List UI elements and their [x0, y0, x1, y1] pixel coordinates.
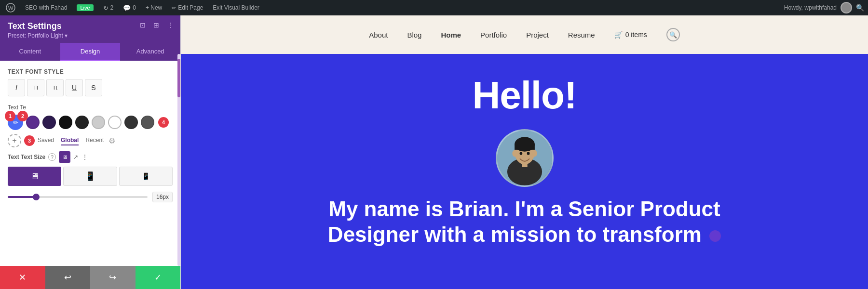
capitalize-button[interactable]: Tt: [46, 79, 64, 96]
panel-scrollbar[interactable]: [177, 54, 180, 266]
color-swatch-dark-gray[interactable]: [124, 116, 138, 129]
comments-button[interactable]: 💬 0: [121, 0, 138, 15]
color-swatch-purple[interactable]: [26, 116, 40, 129]
cart-icon: 🛒: [614, 31, 623, 39]
cart-label: 0 items: [625, 31, 647, 39]
color-tab-global[interactable]: Global: [61, 136, 79, 145]
badge-2: 2: [17, 111, 28, 121]
svg-rect-6: [515, 144, 535, 150]
wp-logo-button[interactable]: W: [4, 0, 17, 15]
badge-3: 3: [24, 135, 35, 146]
svg-rect-11: [522, 163, 527, 168]
responsive-row: 🖥 📱 📱: [8, 167, 173, 186]
redo-button[interactable]: ↪: [90, 266, 136, 289]
desktop-size-button[interactable]: 🖥: [8, 167, 61, 186]
admin-bar-right: Howdy, wpwithfahad 🔍: [784, 2, 864, 13]
size-value[interactable]: 16px: [152, 192, 173, 202]
color-add-row: + 3 Saved Global Recent ⚙: [8, 134, 173, 147]
hero-section: Hello!: [181, 54, 868, 289]
tab-design[interactable]: Design: [60, 43, 121, 61]
color-swatch-dark-purple[interactable]: [42, 116, 56, 129]
panel-header: Text Settings Preset: Portfolio Light ▾ …: [0, 15, 180, 43]
italic-button[interactable]: I: [8, 79, 25, 96]
nav-cart[interactable]: 🛒 0 items: [614, 31, 647, 39]
hero-title: Hello!: [472, 73, 576, 118]
font-style-row: I TT Tt U S: [8, 79, 173, 96]
color-swatch-black2[interactable]: [75, 116, 89, 129]
panel-tabs: Content Design Advanced: [0, 43, 180, 61]
size-label-row: Text Text Size ? 🖥 ↗ ⋮: [8, 151, 173, 163]
new-button[interactable]: + New: [144, 0, 164, 15]
admin-search-icon[interactable]: 🔍: [856, 4, 864, 12]
reset-button[interactable]: ↩: [45, 266, 91, 289]
main-wrapper: Text Settings Preset: Portfolio Light ▾ …: [0, 15, 868, 289]
howdy-text: Howdy, wpwithfahad: [784, 4, 837, 11]
panel-scrollbar-thumb: [177, 59, 180, 97]
slider-thumb[interactable]: [33, 194, 40, 200]
hero-avatar: [496, 129, 554, 187]
svg-point-10: [527, 152, 529, 155]
svg-point-7: [512, 150, 517, 157]
hero-body-text-line2: Designer with a mission to transform: [328, 223, 721, 246]
text-transform-label: Text Te: [8, 104, 173, 111]
slider-fill: [8, 196, 36, 198]
device-toggle-button[interactable]: 🖥: [59, 151, 70, 163]
panel-footer: ✕ ↩ ↪ ✓: [0, 266, 180, 289]
badge-1: 1: [5, 111, 15, 121]
nav-bar: About Blog Home Portfolio Project Resume…: [181, 15, 868, 54]
slider-row: 16px: [8, 192, 173, 202]
strikethrough-button[interactable]: S: [85, 79, 102, 96]
cancel-button[interactable]: ✕: [0, 266, 45, 289]
save-button[interactable]: ✓: [136, 266, 181, 289]
panel-content: Text Font Style I TT Tt U S Text Te 1 2 …: [0, 61, 180, 266]
color-swatch-black1[interactable]: [59, 116, 72, 129]
revisions-button[interactable]: ↻ 2: [101, 0, 116, 15]
more-options-icon[interactable]: ⋮: [82, 154, 88, 160]
add-color-button[interactable]: +: [8, 134, 21, 147]
content-area: About Blog Home Portfolio Project Resume…: [181, 15, 868, 289]
left-panel: Text Settings Preset: Portfolio Light ▾ …: [0, 15, 181, 289]
badge-4: 4: [158, 117, 169, 128]
cursor-icon: ↗: [73, 154, 78, 160]
mobile-size-button[interactable]: 📱: [119, 167, 173, 186]
color-settings-icon[interactable]: ⚙: [108, 136, 115, 145]
color-row: 1 2 ✏ 4: [8, 115, 173, 130]
edit-page-button[interactable]: ✏ Edit Page: [170, 0, 205, 15]
panel-minimize-icon[interactable]: ⊡: [138, 20, 148, 30]
exit-builder-button[interactable]: Exit Visual Builder: [211, 0, 261, 15]
color-swatch-white2[interactable]: [108, 116, 122, 129]
avatar: [841, 2, 852, 13]
uppercase-button[interactable]: TT: [27, 79, 44, 96]
nav-about[interactable]: About: [369, 31, 388, 39]
panel-expand-icon[interactable]: ⊞: [151, 20, 161, 30]
svg-point-9: [519, 152, 522, 155]
admin-bar: W SEO with Fahad Live ↻ 2 💬 0 + New ✏ Ed…: [0, 0, 868, 15]
hero-body-text: My name is Brian. I'm a Senior Product D…: [328, 197, 721, 248]
nav-search-button[interactable]: 🔍: [666, 28, 680, 41]
live-badge[interactable]: Live: [75, 0, 95, 15]
svg-text:W: W: [8, 5, 14, 11]
svg-point-8: [532, 150, 537, 157]
color-tab-saved[interactable]: Saved: [38, 136, 54, 145]
color-swatch-white1[interactable]: [92, 116, 105, 129]
tab-advanced[interactable]: Advanced: [120, 43, 180, 61]
color-tab-recent[interactable]: Recent: [85, 136, 104, 145]
nav-home[interactable]: Home: [441, 31, 461, 39]
panel-menu-icon[interactable]: ⋮: [165, 20, 176, 30]
color-tabs: Saved Global Recent: [38, 136, 104, 145]
text-size-label: Text Text Size: [8, 154, 45, 160]
tab-content[interactable]: Content: [0, 43, 60, 61]
underline-button[interactable]: U: [66, 79, 83, 96]
nav-portfolio[interactable]: Portfolio: [480, 31, 507, 39]
color-swatch-gray[interactable]: [141, 116, 154, 129]
tablet-size-button[interactable]: 📱: [63, 167, 117, 186]
panel-preset[interactable]: Preset: Portfolio Light ▾: [8, 32, 173, 39]
panel-header-icons: ⊡ ⊞ ⋮: [138, 20, 176, 30]
nav-resume[interactable]: Resume: [568, 31, 595, 39]
nav-blog[interactable]: Blog: [407, 31, 421, 39]
site-name[interactable]: SEO with Fahad: [23, 0, 69, 15]
help-icon[interactable]: ?: [48, 153, 56, 161]
font-style-label: Text Font Style: [8, 68, 173, 75]
size-slider[interactable]: [8, 196, 148, 198]
nav-project[interactable]: Project: [526, 31, 549, 39]
